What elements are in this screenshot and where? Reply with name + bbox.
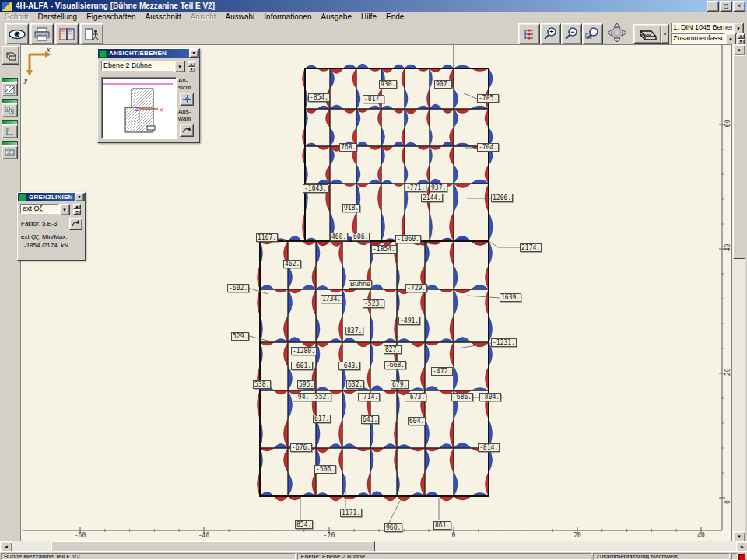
spin-up-icon: ▲ <box>737 33 745 39</box>
ansicht-apply-button[interactable] <box>180 93 194 106</box>
preview-x-label: X <box>160 107 163 113</box>
spin-down-icon: ▼ <box>188 67 195 72</box>
perspective-dropdown-arrow-icon[interactable]: ▼ <box>661 24 669 44</box>
select-arrow-icon <box>182 126 191 135</box>
auswahl-button[interactable] <box>180 124 194 137</box>
crosshair-icon <box>183 95 191 103</box>
svg-text:123: 123 <box>7 150 14 155</box>
ansicht-palette-title: ANSICHT/EBENEN <box>109 50 189 57</box>
status-ebene: Ebene: Ebene 2 Bühne <box>297 553 591 560</box>
result-combobox[interactable]: Zusammenfassung ▼ <box>671 33 736 44</box>
zoom-out-button[interactable]: − <box>561 23 582 44</box>
result-spinner[interactable]: ▲▼ <box>737 33 745 44</box>
grenzlinien-palette-title: GRENZLINIEN <box>29 194 75 201</box>
menu-item-ausgabe[interactable]: Ausgabe <box>316 12 356 21</box>
palette-collapse-icon[interactable]: ▾ <box>189 49 198 58</box>
status-indicator <box>738 554 745 560</box>
menu-item-ende[interactable]: Ende <box>381 12 409 21</box>
ebene-combobox-value: Ebene 2 Bühne <box>101 61 174 71</box>
auswahl-label: Aus- wahl <box>178 108 191 122</box>
norm-combobox-value: 1: DIN 1045 Bemessung <box>671 23 733 33</box>
menu-item-hilfe[interactable]: Hilfe <box>356 12 381 21</box>
palette-icon <box>19 194 26 201</box>
projection-button[interactable] <box>2 46 19 65</box>
grenzlinien-palette[interactable]: GRENZLINIEN ▾ ext Qζ ▼ ▲▼ Faktor: 5.E-3 … <box>17 192 86 261</box>
display-options-button[interactable] <box>518 23 540 44</box>
pan-icon <box>604 23 630 44</box>
zoom-window-button[interactable] <box>582 23 603 44</box>
menu-item-eigenschaften[interactable]: Eigenschaften <box>82 12 140 21</box>
ebene-combobox[interactable]: Ebene 2 Bühne ▼ <box>101 61 185 71</box>
spin-up-icon: ▲ <box>188 61 195 67</box>
maximize-button[interactable]: □ <box>720 1 732 12</box>
ansicht-palette-titlebar[interactable]: ANSICHT/EBENEN ▾ <box>98 49 199 58</box>
grenzlinien-combobox[interactable]: ext Qζ ▼ <box>20 204 70 214</box>
status-nachweis: Zusammenfassung Nachweis <box>593 553 730 560</box>
minimize-button[interactable]: _ <box>707 1 719 12</box>
x-axis-label: x <box>46 46 51 54</box>
svg-text:−: − <box>570 28 574 36</box>
menu-item-auswahl[interactable]: Auswahl <box>221 12 260 21</box>
scroll-up-icon[interactable]: ▲ <box>733 44 745 56</box>
faktor-label: Faktor: 5.E-3 <box>21 220 57 227</box>
plan-preview[interactable]: Z X <box>101 77 177 139</box>
result-combobox-value: Zusammenfassung <box>671 33 725 44</box>
exit-door-icon <box>83 27 100 41</box>
svg-text:+: + <box>549 28 553 36</box>
horizontal-scrollbar[interactable]: ◄ ► <box>0 541 747 551</box>
menu-bar: SchnittDarstellungEigenschaftenAusschnit… <box>0 12 747 23</box>
exit-button[interactable] <box>80 23 103 44</box>
book-icon <box>58 27 75 41</box>
dice-icon <box>2 103 18 117</box>
dropdown-arrow-icon[interactable]: ▼ <box>59 204 70 215</box>
vertical-scrollbar[interactable]: ▲ ▼ <box>732 44 745 541</box>
cube-3d-icon <box>637 27 658 40</box>
ansicht-label: An- sicht <box>178 77 191 91</box>
minmax-label: ext Qζ: Min/Max: <box>21 233 68 240</box>
grenzlinien-combobox-value: ext Qζ <box>20 204 59 214</box>
minimized-palette-axes[interactable]: L <box>2 120 18 138</box>
palette-collapse-icon[interactable]: ▾ <box>75 193 84 201</box>
perspective-button[interactable] <box>633 24 661 44</box>
title-bar[interactable]: 4H-ALFA - Visualisierung [Bühne Mezzanin… <box>0 0 747 12</box>
zoom-in-button[interactable]: + <box>540 23 561 44</box>
preview-z-label: Z <box>135 107 139 112</box>
dropdown-arrow-icon[interactable]: ▼ <box>733 23 744 34</box>
grenzlinien-spinner[interactable]: ▲▼ <box>73 204 81 214</box>
ebene-spinner[interactable]: ▲▼ <box>188 61 195 72</box>
minmax-value: -1854./2174. kN <box>24 242 68 249</box>
status-document: Bühne Mezzanine Teil E V2 <box>1 553 296 560</box>
close-button[interactable]: × <box>733 1 745 12</box>
plan-preview-drawing: Z X <box>102 78 174 137</box>
menu-item-ausschnitt[interactable]: Ausschnitt <box>141 12 186 21</box>
menu-item-darstellung[interactable]: Darstellung <box>33 12 82 21</box>
eye-icon <box>9 28 26 40</box>
axes-icon: L <box>2 124 18 138</box>
ansicht-ebenen-palette[interactable]: ANSICHT/EBENEN ▾ Ebene 2 Bühne ▼ ▲▼ Z X <box>97 48 200 143</box>
minimized-palette-dice[interactable] <box>2 99 18 117</box>
menu-item-informationen[interactable]: Informationen <box>259 12 316 21</box>
print-button[interactable] <box>30 23 54 44</box>
status-extra <box>731 553 738 560</box>
view-eye-button[interactable] <box>5 23 29 44</box>
left-toolbar: L 123 <box>0 44 21 551</box>
hatch-icon <box>2 82 18 96</box>
menu-item-schnitt: Schnitt <box>0 12 33 21</box>
vscroll-thumb[interactable] <box>733 55 745 259</box>
display-tree-icon <box>522 27 536 41</box>
report-button[interactable] <box>55 23 79 44</box>
dropdown-arrow-icon[interactable]: ▼ <box>174 61 185 72</box>
application-window: 4H-ALFA - Visualisierung [Bühne Mezzanin… <box>0 0 747 560</box>
grenzlinien-palette-titlebar[interactable]: GRENZLINIEN ▾ <box>18 193 85 201</box>
pan-control[interactable] <box>604 23 630 44</box>
norm-combobox[interactable]: 1: DIN 1045 Bemessung ▼ <box>671 23 744 33</box>
minimized-palette-numbers[interactable]: 123 <box>2 141 18 159</box>
coordinate-arrows: x y <box>22 45 58 84</box>
faktor-refresh-button[interactable] <box>69 218 82 230</box>
numbers-icon: 123 <box>2 145 18 159</box>
dropdown-arrow-icon[interactable]: ▼ <box>725 33 736 45</box>
spin-down-icon: ▼ <box>737 39 745 44</box>
svg-text:L: L <box>8 128 10 132</box>
spin-down-icon: ▼ <box>73 209 81 215</box>
minimized-palette-hatch[interactable] <box>2 78 18 96</box>
